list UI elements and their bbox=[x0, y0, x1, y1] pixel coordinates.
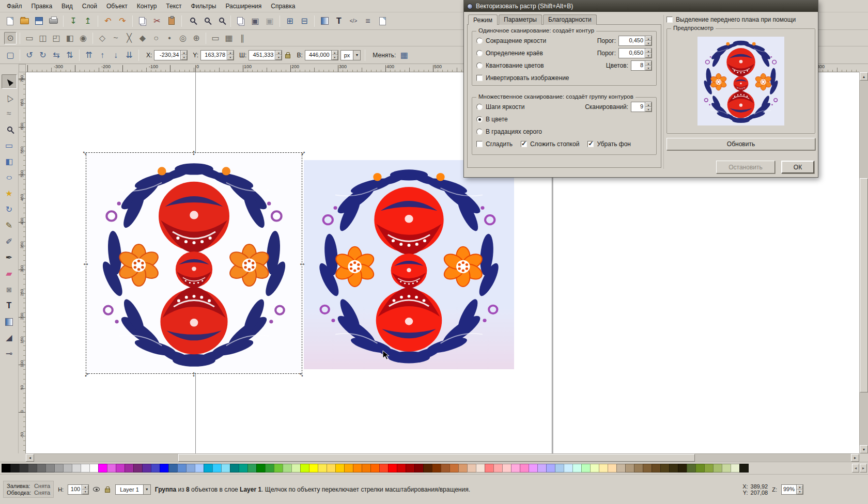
palette-swatch[interactable] bbox=[177, 464, 187, 472]
vertical-scrollbar[interactable]: ▴ ▾ bbox=[859, 72, 868, 453]
palette-swatch[interactable] bbox=[643, 464, 652, 472]
duplicate[interactable] bbox=[234, 14, 247, 28]
brightness-steps-radio[interactable] bbox=[476, 104, 483, 110]
palette-swatch[interactable] bbox=[406, 464, 415, 472]
scroll-right-icon[interactable]: ▸ bbox=[851, 454, 859, 462]
save-document[interactable] bbox=[32, 14, 45, 28]
threshold-value[interactable]: 0,650 bbox=[619, 49, 645, 58]
spinner[interactable] bbox=[645, 102, 652, 112]
palette-swatch[interactable] bbox=[98, 464, 107, 472]
scroll-down-icon[interactable]: ▾ bbox=[860, 445, 868, 453]
palette-swatch[interactable] bbox=[247, 464, 257, 472]
palette-swatch[interactable] bbox=[344, 464, 353, 472]
new-document[interactable] bbox=[3, 14, 17, 28]
palette-swatch[interactable] bbox=[450, 464, 459, 472]
vertical-scroll-thumb[interactable] bbox=[860, 178, 868, 392]
ungroup-objects[interactable]: ⊟ bbox=[298, 14, 311, 28]
spin-down-icon[interactable] bbox=[275, 55, 282, 60]
text-tool[interactable]: T bbox=[2, 298, 17, 313]
zoom-input[interactable]: 99% bbox=[781, 484, 803, 495]
palette-swatch[interactable] bbox=[125, 464, 134, 472]
snap-line-midpoints[interactable]: • bbox=[163, 32, 176, 44]
palette-swatch[interactable] bbox=[37, 464, 46, 472]
snap-cusp-nodes[interactable]: ◆ bbox=[136, 32, 149, 44]
palette-swatch[interactable] bbox=[537, 464, 547, 472]
palette-swatch[interactable] bbox=[63, 464, 72, 472]
import-bitmap[interactable]: ↧ bbox=[67, 14, 80, 28]
xml-editor[interactable]: </> bbox=[347, 14, 360, 28]
unlink-clone[interactable]: ▣ bbox=[263, 14, 276, 28]
paste[interactable] bbox=[165, 14, 178, 28]
node-tool[interactable]: △ bbox=[2, 90, 17, 105]
height-value[interactable]: 446,000 bbox=[305, 51, 331, 60]
palette-swatch[interactable] bbox=[485, 464, 494, 472]
spin-down-icon[interactable] bbox=[227, 55, 234, 60]
palette-swatch[interactable] bbox=[713, 464, 722, 472]
colors-count-value[interactable]: 8 bbox=[631, 61, 645, 70]
group-objects[interactable]: ⊞ bbox=[283, 14, 297, 28]
select-all[interactable]: ▢ bbox=[4, 49, 17, 61]
selector-tool[interactable] bbox=[2, 74, 17, 89]
selection-handle-s[interactable]: ↕ bbox=[190, 370, 198, 378]
zoom-tool[interactable] bbox=[2, 122, 17, 137]
palette-swatch[interactable] bbox=[265, 464, 274, 472]
edge-threshold-input[interactable]: 0,650 bbox=[618, 48, 652, 58]
palette-swatch[interactable] bbox=[204, 464, 213, 472]
brightness-threshold-input[interactable]: 0,450 bbox=[618, 36, 652, 46]
snap-smooth-nodes[interactable]: ○ bbox=[150, 32, 162, 44]
height-input[interactable]: 446,000 bbox=[305, 50, 338, 60]
snap-bounding-box[interactable]: ▭ bbox=[23, 32, 36, 44]
palette-swatch[interactable] bbox=[81, 464, 90, 472]
palette-swatch[interactable] bbox=[397, 464, 406, 472]
edge-detection-radio[interactable] bbox=[476, 50, 483, 56]
palette-swatch[interactable] bbox=[731, 464, 740, 472]
snap-path-intersections[interactable]: ╳ bbox=[123, 32, 135, 44]
paint-bucket-tool[interactable]: ◙ bbox=[2, 282, 17, 297]
palette-swatch[interactable] bbox=[529, 464, 538, 472]
ellipse-tool[interactable]: ○ bbox=[2, 170, 17, 185]
spin-down-icon[interactable] bbox=[645, 41, 652, 45]
palette-swatch[interactable] bbox=[625, 464, 634, 472]
palette-swatch[interactable] bbox=[634, 464, 643, 472]
update-button[interactable]: Обновить bbox=[667, 138, 815, 150]
selection-handle-n[interactable]: ↕ bbox=[190, 148, 198, 156]
palette-swatch[interactable] bbox=[476, 464, 485, 472]
palette-scroll-left-icon[interactable]: ◂ bbox=[852, 464, 859, 472]
threshold-value[interactable]: 0,450 bbox=[619, 36, 645, 45]
y-spinner[interactable] bbox=[227, 51, 234, 60]
menu-Текст[interactable]: Текст bbox=[161, 1, 186, 11]
chevron-down-icon[interactable]: ▼ bbox=[143, 485, 150, 494]
palette-swatch[interactable] bbox=[652, 464, 661, 472]
opacity-spinner[interactable] bbox=[82, 485, 88, 494]
spin-up-icon[interactable] bbox=[645, 36, 652, 41]
stack-scans-checkbox[interactable] bbox=[521, 141, 527, 147]
eraser-tool[interactable]: ▰ bbox=[2, 266, 17, 281]
palette-swatch[interactable] bbox=[107, 464, 116, 472]
layer-name[interactable]: Layer 1 bbox=[116, 486, 143, 493]
palette-swatch[interactable] bbox=[687, 464, 696, 472]
y-input[interactable]: 163,378 bbox=[200, 50, 234, 60]
open-document[interactable] bbox=[18, 14, 31, 28]
palette-swatch[interactable] bbox=[388, 464, 397, 472]
palette-swatch[interactable] bbox=[45, 464, 55, 472]
palette-swatch[interactable] bbox=[493, 464, 503, 472]
spin-up-icon[interactable] bbox=[797, 485, 803, 490]
tab-options[interactable]: Параметры bbox=[499, 14, 542, 25]
fill-stroke-indicator[interactable]: Заливка: Снята Обводка: Снята bbox=[3, 481, 54, 498]
palette-swatch[interactable] bbox=[502, 464, 512, 472]
width-spinner[interactable] bbox=[275, 51, 282, 60]
palette-swatch[interactable] bbox=[291, 464, 301, 472]
chevron-down-icon[interactable]: ▼ bbox=[353, 51, 360, 60]
colors-count-input[interactable]: 8 bbox=[631, 60, 652, 71]
spin-down-icon[interactable] bbox=[332, 55, 338, 60]
scans-count-input[interactable]: 9 bbox=[631, 102, 652, 112]
menu-Расширения[interactable]: Расширения bbox=[221, 1, 266, 11]
menu-Фильтры[interactable]: Фильтры bbox=[187, 1, 221, 11]
rotate-cw[interactable]: ↻ bbox=[37, 49, 49, 61]
undo[interactable]: ↶ bbox=[101, 14, 115, 28]
palette-swatch[interactable] bbox=[10, 464, 20, 472]
pen-tool[interactable]: ✐ bbox=[2, 234, 17, 249]
palette-swatch[interactable] bbox=[318, 464, 327, 472]
palette-swatch[interactable] bbox=[362, 464, 371, 472]
flip-vertical[interactable]: ⇅ bbox=[64, 49, 76, 61]
